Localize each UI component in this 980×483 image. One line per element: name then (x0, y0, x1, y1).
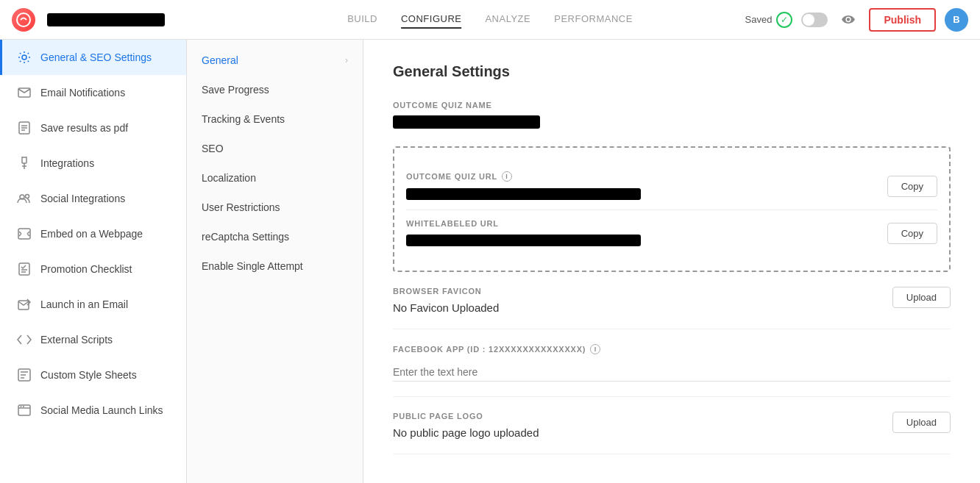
mid-item-save-progress[interactable]: Save Progress (187, 75, 363, 104)
main-content: General Settings OUTCOME QUIZ NAME OUTCO… (363, 40, 980, 483)
checklist-icon (17, 262, 32, 276)
url-section: OUTCOME QUIZ URL i Copy (393, 146, 951, 272)
mid-label-single-attempt: Enable Single Attempt (202, 260, 303, 272)
svg-rect-4 (22, 157, 26, 163)
pdf-icon (17, 121, 32, 135)
quiz-url-label: OUTCOME QUIZ URL i (406, 171, 641, 182)
quiz-url-info-icon[interactable]: i (502, 171, 512, 182)
main-layout: General & SEO Settings Email Notificatio… (0, 40, 980, 483)
nav-analyze[interactable]: ANALYZE (485, 10, 530, 29)
top-nav: BUILD CONFIGURE ANALYZE PERFORMANCE Save… (0, 0, 980, 40)
upload-logo-button[interactable]: Upload (892, 412, 951, 433)
code-icon (17, 332, 32, 347)
page-title: General Settings (393, 63, 951, 80)
avatar: B (945, 8, 968, 32)
publish-button[interactable]: Publish (869, 8, 936, 32)
sidebar-label-social-integrations: Social Integrations (40, 193, 125, 204)
embed-icon (17, 226, 32, 241)
svg-point-1 (22, 55, 26, 60)
public-logo-info: PUBLIC PAGE LOGO No public page logo upl… (393, 412, 878, 439)
sidebar-item-promo-checklist[interactable]: Promotion Checklist (0, 251, 186, 287)
saved-check-icon: ✓ (776, 12, 792, 28)
sidebar-label-promo-checklist: Promotion Checklist (40, 263, 132, 275)
quiz-url-field: OUTCOME QUIZ URL i (406, 171, 641, 201)
quiz-url-row: OUTCOME QUIZ URL i Copy (406, 162, 937, 210)
sidebar-label-social-launch: Social Media Launch Links (40, 404, 163, 416)
sidebar-label-embed-webpage: Embed on a Webpage (40, 228, 143, 240)
nav-build[interactable]: BUILD (347, 10, 377, 29)
plug-icon (17, 156, 32, 171)
saved-indicator: Saved ✓ (745, 12, 793, 28)
mid-item-user-restrictions[interactable]: User Restrictions (187, 193, 363, 222)
sidebar-item-email-notif[interactable]: Email Notifications (0, 75, 186, 110)
svg-point-6 (26, 195, 29, 198)
mid-label-seo: SEO (202, 143, 224, 154)
gear-icon (17, 50, 32, 65)
svg-point-13 (23, 406, 24, 407)
toggle-switch[interactable] (801, 12, 828, 27)
upload-favicon-button[interactable]: Upload (892, 287, 951, 308)
sidebar-label-custom-css: Custom Style Sheets (40, 369, 137, 381)
sidebar-item-general-seo[interactable]: General & SEO Settings (0, 40, 186, 75)
sidebar-item-embed-webpage[interactable]: Embed on a Webpage (0, 216, 186, 251)
mid-item-tracking[interactable]: Tracking & Events (187, 104, 363, 134)
sidebar-label-external-scripts: External Scripts (40, 334, 113, 346)
whitelabeled-url-value (406, 235, 641, 246)
svg-rect-7 (18, 229, 30, 239)
quiz-name-section: OUTCOME QUIZ NAME (393, 101, 951, 129)
favicon-action: Upload (892, 287, 951, 308)
mid-label-localization: Localization (202, 172, 256, 184)
mid-item-localization[interactable]: Localization (187, 163, 363, 193)
chevron-right-icon: › (345, 55, 348, 65)
facebook-info: FACEBOOK APP (ID : 12XXXXXXXXXXXXXX) i (393, 344, 951, 382)
sidebar-label-integrations: Integrations (40, 157, 94, 169)
favicon-label: BROWSER FAVICON (393, 287, 878, 296)
project-title (47, 13, 165, 26)
saved-text: Saved (745, 14, 773, 25)
mid-label-recaptcha: reCaptcha Settings (202, 231, 289, 243)
public-logo-value: No public page logo uploaded (393, 426, 878, 439)
whitelabeled-url-row: WHITELABELED URL Copy (406, 210, 937, 256)
sidebar-label-save-pdf: Save results as pdf (40, 122, 128, 134)
favicon-info: BROWSER FAVICON No Favicon Uploaded (393, 287, 878, 314)
nav-configure[interactable]: CONFIGURE (401, 10, 462, 29)
sidebar-item-launch-email[interactable]: Launch in an Email (0, 287, 186, 322)
users-icon (17, 191, 32, 206)
preview-icon[interactable] (837, 8, 860, 32)
svg-point-0 (17, 13, 30, 26)
mid-item-recaptcha[interactable]: reCaptcha Settings (187, 222, 363, 251)
sidebar-item-custom-css[interactable]: Custom Style Sheets (0, 357, 186, 393)
nav-links: BUILD CONFIGURE ANALYZE PERFORMANCE (347, 10, 633, 29)
mid-item-single-attempt[interactable]: Enable Single Attempt (187, 251, 363, 281)
mid-label-tracking: Tracking & Events (202, 113, 285, 125)
mid-item-general[interactable]: General › (187, 46, 363, 75)
mid-item-seo[interactable]: SEO (187, 134, 363, 163)
quiz-name-value (393, 115, 540, 129)
sidebar-item-external-scripts[interactable]: External Scripts (0, 322, 186, 357)
nav-performance[interactable]: PERFORMANCE (554, 10, 633, 29)
whitelabeled-url-label: WHITELABELED URL (406, 219, 641, 228)
public-logo-label: PUBLIC PAGE LOGO (393, 412, 878, 421)
sidebar-label-general-seo: General & SEO Settings (40, 51, 152, 63)
sidebar-item-social-launch[interactable]: Social Media Launch Links (0, 393, 186, 428)
left-sidebar: General & SEO Settings Email Notificatio… (0, 40, 187, 483)
copy-whitelabeled-button[interactable]: Copy (887, 223, 937, 244)
sidebar-item-save-pdf[interactable]: Save results as pdf (0, 110, 186, 146)
mid-label-save-progress: Save Progress (202, 84, 269, 96)
sidebar-item-social-integrations[interactable]: Social Integrations (0, 181, 186, 216)
launch-email-icon (17, 297, 32, 312)
whitelabeled-url-field: WHITELABELED URL (406, 219, 641, 247)
quiz-name-label: OUTCOME QUIZ NAME (393, 101, 951, 110)
public-logo-action: Upload (892, 412, 951, 433)
logo (12, 8, 35, 32)
nav-right: Saved ✓ Publish B (745, 8, 968, 32)
svg-rect-8 (19, 263, 29, 275)
copy-url-button[interactable]: Copy (887, 176, 937, 197)
facebook-info-icon[interactable]: i (590, 344, 600, 354)
sidebar-item-integrations[interactable]: Integrations (0, 146, 186, 181)
social-icon (17, 403, 32, 418)
sidebar-label-launch-email: Launch in an Email (40, 298, 128, 310)
svg-point-12 (21, 406, 22, 407)
svg-rect-11 (18, 405, 30, 415)
facebook-input[interactable] (393, 363, 951, 382)
